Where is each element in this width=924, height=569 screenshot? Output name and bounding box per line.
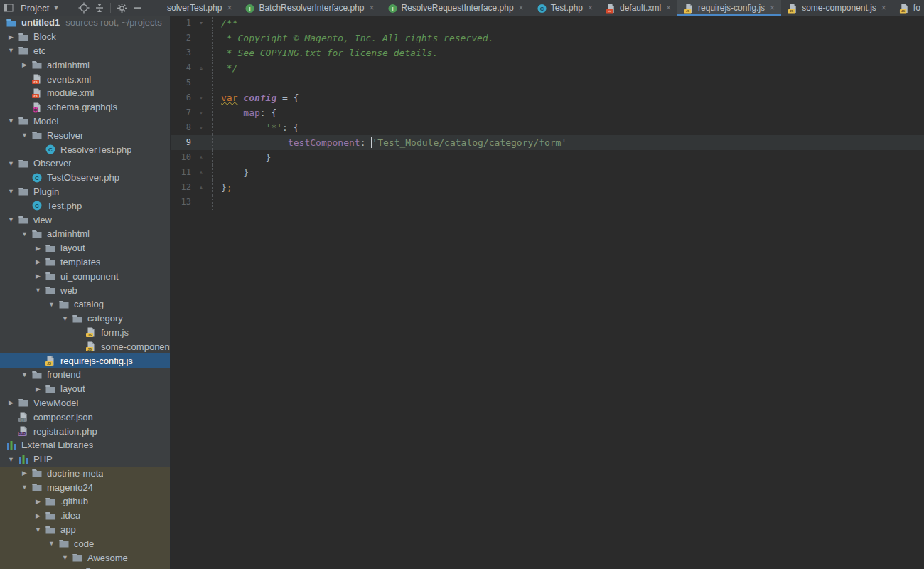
tree-item-etc[interactable]: ▼etc <box>0 44 170 58</box>
tab-resolverequestinterface-php[interactable]: IResolveRequestInterface.php× <box>381 0 530 16</box>
tree-item-module-xml[interactable]: <>module.xml <box>0 86 170 100</box>
code-line[interactable]: 3 * See COPYING.txt for license details. <box>171 46 924 60</box>
tree-item-ui-component[interactable]: ▶ui_component <box>0 269 170 283</box>
chevron-expanded-icon[interactable]: ▼ <box>58 315 72 322</box>
chevron-expanded-icon[interactable]: ▼ <box>18 371 31 378</box>
tree-item-adminhtml[interactable]: ▶adminhtml <box>0 58 170 72</box>
tree-item-plugin[interactable]: ▼Plugin <box>0 185 170 199</box>
tree-item-doctrine-meta[interactable]: ▶doctrine-meta <box>0 467 170 481</box>
tree-item-adminhtml[interactable]: ▼adminhtml <box>0 227 170 241</box>
tree-item-test-php[interactable]: CTest.php <box>0 198 170 213</box>
chevron-collapsed-icon[interactable]: ▶ <box>18 61 31 68</box>
tab-some-component-js[interactable]: JSsome-component.js× <box>781 0 893 16</box>
fold-end-icon[interactable]: ▵ <box>191 150 211 165</box>
tree-item-untitled1[interactable]: untitled1sources root, ~/projects <box>0 16 170 30</box>
tree-item-model[interactable]: ▼Model <box>0 115 170 129</box>
locate-file-icon[interactable] <box>77 1 90 14</box>
chevron-expanded-icon[interactable]: ▼ <box>4 216 18 223</box>
tree-item-schema-graphqls[interactable]: schema.graphqls <box>0 100 170 115</box>
tab-close-icon[interactable]: × <box>369 3 374 13</box>
code-line[interactable]: 5 <box>171 75 924 90</box>
code-line[interactable]: 10▵ } <box>171 150 924 165</box>
tree-item-observer[interactable]: ▼Observer <box>0 156 170 171</box>
tree-item-catalog[interactable]: ▼catalog <box>0 297 170 312</box>
chevron-expanded-icon[interactable]: ▼ <box>4 47 18 54</box>
tree-item-code[interactable]: ▼code <box>0 536 170 551</box>
code-line[interactable]: 6▿var config = { <box>171 90 924 105</box>
chevron-collapsed-icon[interactable]: ▶ <box>31 512 45 519</box>
tree-item-templates[interactable]: ▶templates <box>0 255 170 270</box>
tab-close-icon[interactable]: × <box>770 3 775 13</box>
tree-item-composer-json[interactable]: { }composer.json <box>0 410 170 424</box>
project-label[interactable]: Project <box>21 3 49 14</box>
chevron-down-icon[interactable]: ▼ <box>53 4 59 11</box>
chevron-collapsed-icon[interactable]: ▶ <box>31 258 45 265</box>
fold-end-icon[interactable]: ▵ <box>191 60 211 75</box>
chevron-expanded-icon[interactable]: ▼ <box>31 287 45 294</box>
tree-item-layout[interactable]: ▶layout <box>0 382 170 396</box>
fold-start-icon[interactable]: ▿ <box>191 16 211 31</box>
tree-item-registration-php[interactable]: PHPregistration.php <box>0 424 170 438</box>
fold-start-icon[interactable]: ▿ <box>191 105 211 120</box>
chevron-expanded-icon[interactable]: ▼ <box>18 484 31 491</box>
tree-item-awesome[interactable]: ▼Awesome <box>0 551 170 565</box>
project-pane-icon[interactable] <box>2 1 15 14</box>
tab-close-icon[interactable]: × <box>666 3 671 13</box>
chevron-expanded-icon[interactable]: ▼ <box>45 301 58 308</box>
chevron-expanded-icon[interactable]: ▼ <box>31 526 45 533</box>
tree-item-partial[interactable]: ▼ <box>0 565 170 569</box>
tab-default-xml[interactable]: <>default.xml× <box>599 0 677 16</box>
tab-close-icon[interactable]: × <box>227 3 232 13</box>
code-line[interactable]: 2 * Copyright © Magento, Inc. All rights… <box>171 31 924 46</box>
gear-icon[interactable] <box>115 1 128 14</box>
chevron-expanded-icon[interactable]: ▼ <box>4 160 18 167</box>
tab-requirejs-config-js[interactable]: JSrequirejs-config.js× <box>677 0 781 16</box>
chevron-expanded-icon[interactable]: ▼ <box>58 554 72 561</box>
code-line[interactable]: 1▿/** <box>171 16 924 31</box>
tree-item-some-component[interactable]: JSsome-component <box>0 339 170 353</box>
tree-item-frontend[interactable]: ▼frontend <box>0 368 170 382</box>
tree-item-category[interactable]: ▼category <box>0 312 170 326</box>
code-line[interactable]: 8▿ '*': { <box>171 120 924 135</box>
tree-item--idea[interactable]: ▶.idea <box>0 509 170 523</box>
chevron-collapsed-icon[interactable]: ▶ <box>18 469 31 477</box>
chevron-expanded-icon[interactable]: ▼ <box>18 132 31 139</box>
tree-item-requirejs-config-js[interactable]: JSrequirejs-config.js <box>0 353 170 368</box>
tree-item-magento24[interactable]: ▼magento24 <box>0 480 170 494</box>
tree-item--github[interactable]: ▶.github <box>0 494 170 509</box>
tree-item-resolver[interactable]: ▼Resolver <box>0 128 170 142</box>
tree-item-layout[interactable]: ▶layout <box>0 241 170 255</box>
tree-item-resolvertest-php[interactable]: CResolverTest.php <box>0 142 170 156</box>
tree-item-web[interactable]: ▼web <box>0 283 170 297</box>
chevron-collapsed-icon[interactable]: ▶ <box>4 399 18 406</box>
chevron-collapsed-icon[interactable]: ▶ <box>31 245 45 252</box>
collapse-all-icon[interactable] <box>93 1 106 14</box>
tree-item-viewmodel[interactable]: ▶ViewModel <box>0 396 170 410</box>
chevron-expanded-icon[interactable]: ▼ <box>4 456 18 463</box>
chevron-expanded-icon[interactable]: ▼ <box>18 230 31 238</box>
code-line[interactable]: 12▵}; <box>171 180 924 195</box>
tab-close-icon[interactable]: × <box>881 3 886 13</box>
tree-item-testobserver-php[interactable]: CTestObserver.php <box>0 171 170 185</box>
code-line[interactable]: 7▿ map: { <box>171 105 924 120</box>
chevron-collapsed-icon[interactable]: ▶ <box>31 385 45 393</box>
chevron-collapsed-icon[interactable]: ▶ <box>31 272 45 280</box>
tree-item-events-xml[interactable]: <>events.xml <box>0 72 170 86</box>
tree-item-view[interactable]: ▼view <box>0 213 170 227</box>
tab-close-icon[interactable]: × <box>588 3 593 13</box>
chevron-expanded-icon[interactable]: ▼ <box>4 188 18 195</box>
tree-item-form-js[interactable]: JSform.js <box>0 326 170 340</box>
tab-batchresolverinterface-php[interactable]: IBatchResolverInterface.php× <box>238 0 380 16</box>
code-line[interactable]: 9 testComponent: 'Test_Module/catalog/ca… <box>171 135 924 150</box>
tab-close-icon[interactable]: × <box>519 3 524 13</box>
hide-panel-icon[interactable] <box>131 1 144 14</box>
chevron-expanded-icon[interactable]: ▼ <box>45 540 58 547</box>
fold-start-icon[interactable]: ▿ <box>191 120 211 135</box>
tree-item-external-libraries[interactable]: External Libraries <box>0 438 170 452</box>
chevron-collapsed-icon[interactable]: ▶ <box>4 33 18 41</box>
tree-item-block[interactable]: ▶Block <box>0 30 170 44</box>
tree-item-php[interactable]: ▼PHP <box>0 452 170 467</box>
tree-item-app[interactable]: ▼app <box>0 523 170 537</box>
fold-end-icon[interactable]: ▵ <box>191 165 211 180</box>
chevron-collapsed-icon[interactable]: ▶ <box>31 498 45 505</box>
